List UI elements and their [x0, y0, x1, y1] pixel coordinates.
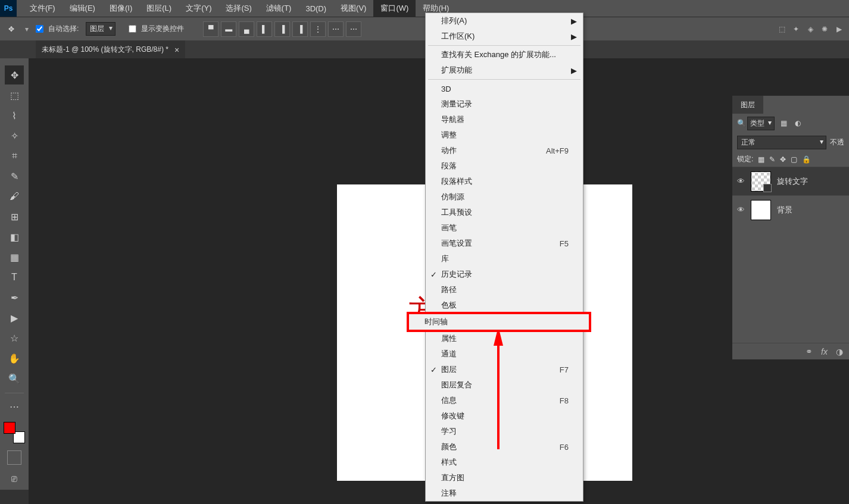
menu-3d[interactable]: 3D(D) [298, 0, 333, 17]
align-top[interactable]: ▀ [203, 21, 219, 37]
distribute-h[interactable]: ⋮ [310, 21, 326, 37]
menu-type[interactable]: 文字(Y) [179, 0, 219, 17]
lock-position-icon[interactable]: ✥ [780, 155, 786, 164]
menu-item[interactable]: 仿制源 [426, 189, 583, 205]
menu-layer[interactable]: 图层(L) [139, 0, 179, 17]
3d-axis-icon[interactable]: ✦ [791, 24, 801, 35]
zoom-tool[interactable]: 🔍 [5, 369, 24, 388]
menu-item[interactable]: 导航器 [426, 112, 583, 127]
menu-item[interactable]: 测量记录 [426, 96, 583, 112]
layer-item[interactable]: 👁 背景 [732, 195, 849, 224]
visibility-icon[interactable]: 👁 [737, 177, 745, 186]
lock-transparent-icon[interactable]: ▦ [758, 155, 764, 164]
pen-tool[interactable]: ✒ [5, 288, 24, 307]
align-right[interactable]: ▐ [292, 21, 308, 37]
opacity-label: 不透 [830, 137, 844, 148]
layers-tab[interactable]: 图层 [732, 96, 763, 114]
menu-item[interactable]: ✓历史记录 [426, 267, 583, 282]
hand-tool[interactable]: ✋ [5, 349, 24, 368]
menu-item[interactable]: 画笔 [426, 220, 583, 236]
menu-window[interactable]: 窗口(W) [373, 0, 416, 17]
marquee-tool[interactable]: ⬚ [5, 86, 24, 105]
crop-tool[interactable]: ⌗ [5, 146, 24, 165]
close-tab-icon[interactable]: × [174, 45, 179, 55]
3d-render-icon[interactable]: ▶ [834, 24, 844, 35]
auto-select-target-dropdown[interactable]: 图层 [86, 22, 116, 36]
menu-item[interactable]: 库 [426, 251, 583, 267]
show-transform-checkbox[interactable]: 显示变换控件 [129, 24, 184, 34]
menu-select[interactable]: 选择(S) [219, 0, 258, 17]
tab-title: 未标题-1 @ 100% (旋转文字, RGB/8#) * [42, 45, 168, 55]
edit-toolbar[interactable]: ⋯ [5, 397, 24, 416]
link-layers-icon[interactable]: ⚭ [806, 347, 813, 356]
menu-item[interactable]: 调整 [426, 127, 583, 143]
auto-select-checkbox[interactable]: 自动选择: [36, 24, 79, 34]
fg-bg-colors[interactable] [4, 422, 25, 443]
menu-item[interactable]: 色板 [426, 298, 583, 313]
menu-view[interactable]: 视图(V) [333, 0, 373, 17]
distribute-v[interactable]: ⋯ [328, 21, 344, 37]
toolbox: ✥ ⬚ ⌇ ✧ ⌗ ✎ 🖌 ⊞ ◧ ▦ T ✒ ▶ ☆ ✋ 🔍 ⋯ ⎚ [0, 58, 29, 490]
eraser-tool[interactable]: ◧ [5, 227, 24, 246]
magic-wand-tool[interactable]: ✧ [5, 126, 24, 145]
menu-item[interactable]: 段落样式 [426, 174, 583, 189]
menu-edit[interactable]: 编辑(E) [63, 0, 102, 17]
menu-item[interactable]: 时间轴 [409, 314, 589, 330]
lock-artboard-icon[interactable]: ▢ [791, 155, 797, 164]
options-bar: ✥ ▾ 自动选择: 图层 显示变换控件 ▀ ▬ ▄ ▌ ▐ ▐ ⋮ ⋯ ⋯ ⬚ … [0, 17, 849, 40]
lock-label: 锁定: [737, 154, 753, 164]
type-tool[interactable]: T [5, 268, 24, 287]
menu-item[interactable]: 段落 [426, 158, 583, 174]
menu-item[interactable]: 扩展功能▶ [426, 62, 583, 78]
menu-item[interactable]: 排列(A)▶ [426, 13, 583, 29]
clone-stamp-tool[interactable]: ⊞ [5, 207, 24, 226]
blend-mode-dropdown[interactable]: 正常 [737, 136, 826, 149]
visibility-icon[interactable]: 👁 [737, 205, 745, 214]
align-left[interactable]: ▌ [257, 21, 272, 37]
lasso-tool[interactable]: ⌇ [5, 106, 24, 125]
menu-item[interactable]: 直方图 [426, 470, 583, 486]
3d-camera-icon[interactable]: ◈ [805, 24, 816, 35]
menu-item[interactable]: 路径 [426, 282, 583, 298]
layer-filter-row: 🔍类型 ▦ ◐ [732, 114, 849, 133]
fg-color[interactable] [4, 422, 15, 434]
filter-pixel-icon[interactable]: ▦ [778, 118, 789, 129]
more-align[interactable]: ⋯ [346, 21, 361, 37]
menu-item[interactable]: 查找有关 Exchange 的扩展功能... [426, 47, 583, 62]
quick-mask[interactable] [7, 450, 21, 465]
menu-filter[interactable]: 滤镜(T) [259, 0, 299, 17]
filter-kind[interactable]: 🔍类型 [737, 117, 775, 130]
menu-item[interactable]: 注释 [426, 486, 583, 501]
brush-tool[interactable]: 🖌 [5, 187, 24, 206]
panel-tabs: 图层 [732, 96, 849, 114]
align-vcenter[interactable]: ▬ [221, 21, 236, 37]
3d-light-icon[interactable]: ✺ [819, 24, 830, 35]
document-tab[interactable]: 未标题-1 @ 100% (旋转文字, RGB/8#) * × [36, 40, 185, 58]
menu-item[interactable]: 3D [426, 81, 583, 96]
menu-item[interactable]: 样式 [426, 455, 583, 470]
menu-item[interactable]: 工作区(K)▶ [426, 29, 583, 44]
move-tool[interactable]: ✥ [5, 65, 24, 84]
mask-icon[interactable]: ◑ [836, 347, 843, 356]
shape-tool[interactable]: ☆ [5, 328, 24, 348]
layer-item[interactable]: 👁 旋转文字 [732, 167, 849, 195]
menu-item[interactable]: 工具预设 [426, 205, 583, 220]
menu-item[interactable]: 画笔设置F5 [426, 236, 583, 251]
lock-image-icon[interactable]: ✎ [769, 155, 775, 164]
screen-mode[interactable]: ⎚ [5, 469, 24, 489]
chevron-down-icon: ▾ [25, 25, 29, 33]
menu-item[interactable]: 动作Alt+F9 [426, 143, 583, 158]
filter-adjust-icon[interactable]: ◐ [792, 118, 803, 129]
3d-mode-icon[interactable]: ⬚ [776, 24, 787, 35]
layer-thumbnail[interactable] [751, 200, 771, 220]
path-select-tool[interactable]: ▶ [5, 308, 24, 327]
lock-all-icon[interactable]: 🔒 [802, 155, 811, 164]
align-bottom[interactable]: ▄ [239, 21, 254, 37]
align-hcenter[interactable]: ▐ [274, 21, 290, 37]
menu-image[interactable]: 图像(I) [102, 0, 139, 17]
fx-icon[interactable]: fx [821, 347, 828, 356]
menu-file[interactable]: 文件(F) [23, 0, 63, 17]
gradient-tool[interactable]: ▦ [5, 248, 24, 267]
layer-thumbnail[interactable] [751, 171, 771, 192]
eyedropper-tool[interactable]: ✎ [5, 167, 24, 186]
